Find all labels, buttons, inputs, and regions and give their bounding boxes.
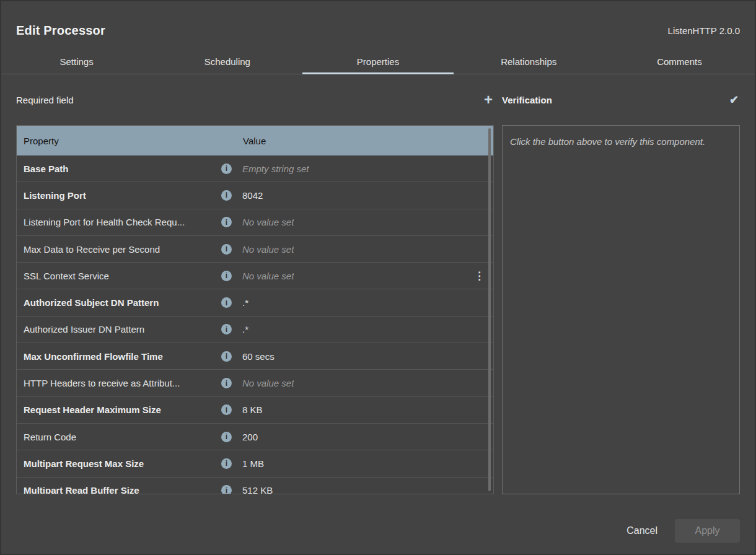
- table-row[interactable]: Listening Port i 8042 ⋮: [17, 182, 493, 209]
- property-value: 1 MB: [242, 458, 264, 469]
- property-name: Listening Port: [24, 190, 221, 201]
- plus-icon: +: [484, 91, 493, 108]
- table-header-row: Property Value: [17, 126, 493, 155]
- property-value: No value set: [242, 217, 294, 227]
- info-icon: i: [221, 378, 232, 388]
- property-value: 8042: [242, 190, 263, 201]
- property-value: .*: [242, 297, 248, 308]
- info-icon: i: [221, 271, 232, 281]
- property-name: Request Header Maximum Size: [24, 404, 221, 415]
- table-row[interactable]: Authorized Subject DN Pattern i .* ⋮: [17, 289, 493, 316]
- property-name: Authorized Issuer DN Pattern: [24, 324, 221, 334]
- property-value: .*: [242, 324, 248, 334]
- kebab-menu-icon[interactable]: ⋮: [474, 271, 485, 281]
- property-name: Return Code: [24, 432, 221, 442]
- property-name: SSL Context Service: [24, 271, 221, 281]
- info-icon: i: [221, 485, 232, 494]
- property-value: Empty string set: [242, 164, 309, 174]
- column-header-property: Property: [24, 136, 243, 146]
- properties-table: Property Value Base Path i Empty string …: [16, 125, 494, 494]
- table-row[interactable]: Max Data to Receive per Second i No valu…: [17, 236, 493, 263]
- table-body: Base Path i Empty string set ⋮ Listening…: [17, 155, 493, 494]
- dialog-header: Edit Processor ListenHTTP 2.0.0: [1, 11, 755, 50]
- add-property-button[interactable]: +: [483, 92, 494, 107]
- processor-type-version: ListenHTTP 2.0.0: [668, 25, 740, 36]
- table-row[interactable]: Base Path i Empty string set ⋮: [17, 155, 493, 182]
- info-icon: i: [221, 351, 232, 362]
- property-name: Authorized Subject DN Pattern: [24, 297, 221, 308]
- table-scrollbar[interactable]: [488, 128, 491, 491]
- info-icon: i: [221, 244, 232, 255]
- info-icon: i: [221, 217, 232, 227]
- property-name: Base Path: [24, 164, 221, 174]
- tab-properties[interactable]: Properties: [302, 50, 453, 74]
- properties-panel: Required field + Property Value Base Pat…: [16, 89, 494, 494]
- table-row[interactable]: Listening Port for Health Check Requ... …: [17, 209, 493, 236]
- page-title: Edit Processor: [16, 24, 105, 38]
- info-icon: i: [221, 432, 232, 442]
- column-header-value: Value: [243, 136, 266, 146]
- info-icon: i: [221, 297, 232, 308]
- property-value: 60 secs: [242, 351, 275, 362]
- info-icon: i: [221, 190, 232, 201]
- edit-processor-dialog: Edit Processor ListenHTTP 2.0.0 Settings…: [0, 0, 756, 555]
- tab-bar: Settings Scheduling Properties Relations…: [1, 50, 755, 74]
- info-icon: i: [221, 324, 232, 334]
- dialog-content: Required field + Property Value Base Pat…: [1, 74, 755, 494]
- tab-settings[interactable]: Settings: [1, 50, 152, 74]
- property-name: Multipart Read Buffer Size: [24, 485, 221, 494]
- verification-results-box: Click the button above to verify this co…: [502, 125, 740, 494]
- tab-comments[interactable]: Comments: [604, 50, 755, 74]
- property-value: 8 KB: [242, 404, 263, 415]
- info-icon: i: [221, 404, 232, 415]
- info-icon: i: [221, 458, 232, 469]
- required-field-label: Required field: [16, 95, 74, 105]
- property-value: 512 KB: [242, 485, 273, 494]
- apply-button[interactable]: Apply: [675, 519, 740, 543]
- table-row[interactable]: Max Unconfirmed Flowfile Time i 60 secs …: [17, 343, 493, 370]
- property-name: Multipart Request Max Size: [24, 458, 221, 469]
- check-icon: ✔: [729, 94, 739, 106]
- table-row[interactable]: Return Code i 200 ⋮: [17, 424, 493, 450]
- property-name: Listening Port for Health Check Requ...: [24, 217, 221, 227]
- dialog-footer: Cancel Apply: [1, 494, 755, 555]
- verification-heading: Verification: [502, 95, 552, 105]
- property-value: No value set: [242, 271, 294, 281]
- tab-scheduling[interactable]: Scheduling: [152, 50, 302, 74]
- properties-panel-header: Required field +: [16, 89, 494, 110]
- property-value: 200: [242, 432, 258, 442]
- tab-relationships[interactable]: Relationships: [454, 50, 604, 74]
- info-icon: i: [221, 164, 232, 174]
- cancel-button[interactable]: Cancel: [624, 520, 660, 541]
- table-row[interactable]: HTTP Headers to receive as Attribut... i…: [17, 370, 493, 396]
- verification-panel: Verification ✔ Click the button above to…: [502, 89, 740, 494]
- property-name: HTTP Headers to receive as Attribut...: [24, 378, 221, 388]
- property-value: No value set: [242, 244, 294, 255]
- table-row[interactable]: Multipart Request Max Size i 1 MB ⋮: [17, 450, 493, 477]
- property-name: Max Data to Receive per Second: [24, 244, 221, 255]
- table-row[interactable]: SSL Context Service i No value set ⋮: [17, 263, 493, 289]
- verify-button[interactable]: ✔: [728, 94, 740, 105]
- property-name: Max Unconfirmed Flowfile Time: [24, 351, 221, 362]
- verification-panel-header: Verification ✔: [502, 89, 740, 110]
- property-value: No value set: [242, 378, 294, 388]
- table-row[interactable]: Request Header Maximum Size i 8 KB ⋮: [17, 397, 493, 424]
- table-row[interactable]: Multipart Read Buffer Size i 512 KB ⋮: [17, 478, 493, 494]
- table-row[interactable]: Authorized Issuer DN Pattern i .* ⋮: [17, 317, 493, 343]
- verification-message: Click the button above to verify this co…: [510, 134, 714, 149]
